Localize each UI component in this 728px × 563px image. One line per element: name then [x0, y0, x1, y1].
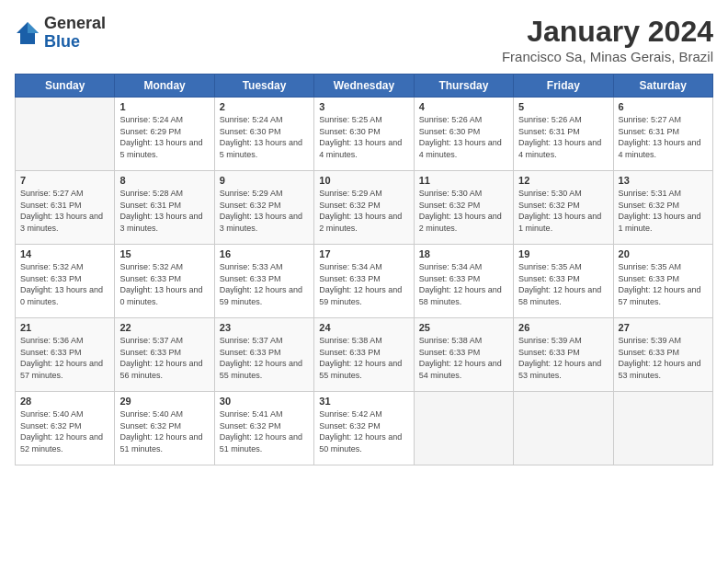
day-info: Sunrise: 5:34 AM Sunset: 6:33 PM Dayligh…	[419, 261, 508, 307]
day-info: Sunrise: 5:26 AM Sunset: 6:31 PM Dayligh…	[518, 114, 608, 160]
logo-general: General	[44, 15, 106, 33]
day-number: 15	[119, 248, 209, 259]
header-sunday: Sunday	[16, 75, 115, 98]
day-info: Sunrise: 5:28 AM Sunset: 6:31 PM Dayligh…	[119, 188, 209, 234]
header-saturday: Saturday	[613, 75, 712, 98]
logo-blue: Blue	[44, 33, 106, 52]
logo-text: General Blue	[44, 15, 106, 52]
day-number: 19	[518, 248, 608, 259]
calendar-cell: 11Sunrise: 5:30 AM Sunset: 6:32 PM Dayli…	[414, 171, 513, 245]
calendar-cell: 3Sunrise: 5:25 AM Sunset: 6:30 PM Daylig…	[314, 98, 414, 171]
week-row-5: 28Sunrise: 5:40 AM Sunset: 6:32 PM Dayli…	[16, 392, 713, 465]
days-header-row: SundayMondayTuesdayWednesdayThursdayFrid…	[16, 75, 713, 98]
day-number: 6	[619, 101, 708, 112]
calendar-cell: 17Sunrise: 5:34 AM Sunset: 6:33 PM Dayli…	[314, 245, 414, 318]
calendar-cell: 27Sunrise: 5:39 AM Sunset: 6:33 PM Dayli…	[613, 318, 712, 392]
calendar-cell: 2Sunrise: 5:24 AM Sunset: 6:30 PM Daylig…	[214, 98, 313, 171]
day-info: Sunrise: 5:26 AM Sunset: 6:30 PM Dayligh…	[419, 114, 508, 160]
calendar-cell: 20Sunrise: 5:35 AM Sunset: 6:33 PM Dayli…	[613, 245, 712, 318]
calendar-subtitle: Francisco Sa, Minas Gerais, Brazil	[502, 49, 713, 64]
calendar-cell	[514, 392, 613, 465]
day-info: Sunrise: 5:39 AM Sunset: 6:33 PM Dayligh…	[518, 335, 608, 381]
day-number: 4	[419, 101, 508, 112]
day-info: Sunrise: 5:40 AM Sunset: 6:32 PM Dayligh…	[119, 408, 209, 454]
day-info: Sunrise: 5:27 AM Sunset: 6:31 PM Dayligh…	[619, 114, 708, 160]
calendar-table: SundayMondayTuesdayWednesdayThursdayFrid…	[15, 74, 713, 465]
calendar-cell: 22Sunrise: 5:37 AM Sunset: 6:33 PM Dayli…	[115, 318, 214, 392]
day-number: 11	[419, 175, 508, 186]
calendar-cell: 19Sunrise: 5:35 AM Sunset: 6:33 PM Dayli…	[514, 245, 613, 318]
day-info: Sunrise: 5:35 AM Sunset: 6:33 PM Dayligh…	[619, 261, 708, 307]
day-info: Sunrise: 5:38 AM Sunset: 6:33 PM Dayligh…	[419, 335, 508, 381]
logo: General Blue	[15, 15, 106, 52]
day-info: Sunrise: 5:27 AM Sunset: 6:31 PM Dayligh…	[20, 188, 109, 234]
day-info: Sunrise: 5:35 AM Sunset: 6:33 PM Dayligh…	[518, 261, 608, 307]
day-number: 25	[419, 322, 508, 333]
calendar-cell: 8Sunrise: 5:28 AM Sunset: 6:31 PM Daylig…	[115, 171, 214, 245]
day-info: Sunrise: 5:32 AM Sunset: 6:33 PM Dayligh…	[20, 261, 109, 307]
calendar-cell	[414, 392, 513, 465]
calendar-title: January 2024	[502, 15, 713, 49]
day-number: 28	[20, 396, 109, 407]
calendar-cell: 26Sunrise: 5:39 AM Sunset: 6:33 PM Dayli…	[514, 318, 613, 392]
calendar-cell: 7Sunrise: 5:27 AM Sunset: 6:31 PM Daylig…	[16, 171, 115, 245]
calendar-cell: 18Sunrise: 5:34 AM Sunset: 6:33 PM Dayli…	[414, 245, 513, 318]
header-friday: Friday	[514, 75, 613, 98]
week-row-4: 21Sunrise: 5:36 AM Sunset: 6:33 PM Dayli…	[16, 318, 713, 392]
day-number: 26	[518, 322, 608, 333]
calendar-cell: 6Sunrise: 5:27 AM Sunset: 6:31 PM Daylig…	[613, 98, 712, 171]
day-number: 27	[619, 322, 708, 333]
day-info: Sunrise: 5:42 AM Sunset: 6:32 PM Dayligh…	[319, 408, 408, 454]
day-info: Sunrise: 5:30 AM Sunset: 6:32 PM Dayligh…	[419, 188, 508, 234]
day-info: Sunrise: 5:36 AM Sunset: 6:33 PM Dayligh…	[20, 335, 109, 381]
logo-icon	[15, 20, 40, 46]
day-number: 12	[518, 175, 608, 186]
calendar-cell: 30Sunrise: 5:41 AM Sunset: 6:32 PM Dayli…	[214, 392, 313, 465]
day-info: Sunrise: 5:32 AM Sunset: 6:33 PM Dayligh…	[119, 261, 209, 307]
day-number: 7	[20, 175, 109, 186]
day-number: 31	[319, 396, 408, 407]
calendar-cell: 14Sunrise: 5:32 AM Sunset: 6:33 PM Dayli…	[16, 245, 115, 318]
calendar-cell: 24Sunrise: 5:38 AM Sunset: 6:33 PM Dayli…	[314, 318, 414, 392]
day-info: Sunrise: 5:41 AM Sunset: 6:32 PM Dayligh…	[220, 408, 309, 454]
day-number: 5	[518, 101, 608, 112]
calendar-cell: 13Sunrise: 5:31 AM Sunset: 6:32 PM Dayli…	[613, 171, 712, 245]
day-info: Sunrise: 5:24 AM Sunset: 6:29 PM Dayligh…	[119, 114, 209, 160]
day-number: 29	[119, 396, 209, 407]
day-number: 8	[119, 175, 209, 186]
day-number: 9	[220, 175, 309, 186]
title-block: January 2024 Francisco Sa, Minas Gerais,…	[502, 15, 713, 64]
calendar-cell: 12Sunrise: 5:30 AM Sunset: 6:32 PM Dayli…	[514, 171, 613, 245]
day-info: Sunrise: 5:34 AM Sunset: 6:33 PM Dayligh…	[319, 261, 408, 307]
day-info: Sunrise: 5:30 AM Sunset: 6:32 PM Dayligh…	[518, 188, 608, 234]
page-header: General Blue January 2024 Francisco Sa, …	[15, 15, 713, 64]
day-number: 10	[319, 175, 408, 186]
calendar-cell: 29Sunrise: 5:40 AM Sunset: 6:32 PM Dayli…	[115, 392, 214, 465]
calendar-cell: 25Sunrise: 5:38 AM Sunset: 6:33 PM Dayli…	[414, 318, 513, 392]
day-number: 1	[119, 101, 209, 112]
week-row-2: 7Sunrise: 5:27 AM Sunset: 6:31 PM Daylig…	[16, 171, 713, 245]
day-info: Sunrise: 5:29 AM Sunset: 6:32 PM Dayligh…	[319, 188, 408, 234]
calendar-cell: 10Sunrise: 5:29 AM Sunset: 6:32 PM Dayli…	[314, 171, 414, 245]
day-info: Sunrise: 5:40 AM Sunset: 6:32 PM Dayligh…	[20, 408, 109, 454]
day-info: Sunrise: 5:24 AM Sunset: 6:30 PM Dayligh…	[220, 114, 309, 160]
day-number: 13	[619, 175, 708, 186]
day-number: 24	[319, 322, 408, 333]
svg-marker-1	[28, 22, 39, 33]
header-monday: Monday	[115, 75, 214, 98]
day-info: Sunrise: 5:33 AM Sunset: 6:33 PM Dayligh…	[220, 261, 309, 307]
day-info: Sunrise: 5:29 AM Sunset: 6:32 PM Dayligh…	[220, 188, 309, 234]
day-number: 21	[20, 322, 109, 333]
calendar-cell: 16Sunrise: 5:33 AM Sunset: 6:33 PM Dayli…	[214, 245, 313, 318]
week-row-3: 14Sunrise: 5:32 AM Sunset: 6:33 PM Dayli…	[16, 245, 713, 318]
calendar-cell: 15Sunrise: 5:32 AM Sunset: 6:33 PM Dayli…	[115, 245, 214, 318]
day-number: 17	[319, 248, 408, 259]
day-number: 23	[220, 322, 309, 333]
day-number: 20	[619, 248, 708, 259]
calendar-cell	[613, 392, 712, 465]
day-info: Sunrise: 5:37 AM Sunset: 6:33 PM Dayligh…	[119, 335, 209, 381]
day-number: 16	[220, 248, 309, 259]
calendar-cell: 28Sunrise: 5:40 AM Sunset: 6:32 PM Dayli…	[16, 392, 115, 465]
day-info: Sunrise: 5:31 AM Sunset: 6:32 PM Dayligh…	[619, 188, 708, 234]
calendar-cell: 4Sunrise: 5:26 AM Sunset: 6:30 PM Daylig…	[414, 98, 513, 171]
